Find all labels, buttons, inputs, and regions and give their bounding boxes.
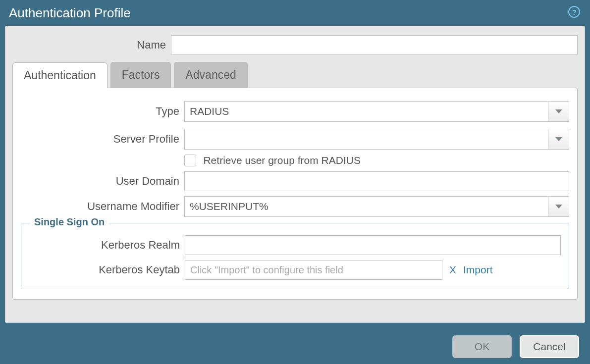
kerberos-keytab-placeholder: Click "Import" to configure this field: [190, 264, 343, 276]
kerberos-realm-label: Kerberos Realm: [29, 239, 185, 252]
chevron-down-icon: [555, 137, 562, 141]
kerberos-keytab-label: Kerberos Keytab: [29, 263, 185, 276]
ok-button[interactable]: OK: [452, 335, 512, 358]
name-input[interactable]: [171, 35, 578, 55]
tab-factors[interactable]: Factors: [110, 62, 171, 88]
type-label: Type: [21, 105, 184, 118]
name-label: Name: [12, 39, 171, 52]
dialog-window: Authentication Profile ? Name Authentica…: [0, 0, 590, 364]
dialog-body: Name Authentication Factors Advanced Typ…: [5, 26, 585, 323]
dialog-footer: OK Cancel: [0, 329, 590, 364]
help-icon[interactable]: ?: [568, 6, 580, 18]
kerberos-realm-input[interactable]: [185, 235, 561, 255]
kerberos-keytab-input[interactable]: Click "Import" to configure this field: [185, 260, 442, 280]
user-domain-row: User Domain: [21, 171, 569, 191]
server-profile-label: Server Profile: [21, 133, 184, 146]
dialog-title: Authentication Profile: [9, 5, 131, 21]
tab-panel-authentication: Type RADIUS Server Profile: [12, 88, 578, 300]
kerberos-keytab-row: Kerberos Keytab Click "Import" to config…: [29, 260, 561, 280]
type-value: RADIUS: [185, 105, 548, 117]
kerberos-keytab-import-link[interactable]: Import: [463, 264, 493, 276]
kerberos-realm-row: Kerberos Realm: [29, 235, 561, 255]
retrieve-group-label: Retrieve user group from RADIUS: [203, 155, 360, 166]
sso-fieldset: Single Sign On Kerberos Realm Kerberos K…: [21, 223, 569, 289]
username-modifier-dropdown[interactable]: %USERINPUT%: [184, 196, 569, 217]
cancel-button[interactable]: Cancel: [520, 335, 579, 358]
type-row: Type RADIUS: [21, 101, 569, 122]
retrieve-group-checkbox[interactable]: [184, 155, 196, 166]
tab-strip: Authentication Factors Advanced: [12, 62, 578, 88]
sso-legend: Single Sign On: [30, 216, 108, 228]
server-profile-row: Server Profile: [21, 129, 569, 150]
type-dropdown-button[interactable]: [548, 102, 569, 121]
retrieve-group-row: Retrieve user group from RADIUS: [21, 155, 569, 166]
server-profile-dropdown-button[interactable]: [548, 129, 569, 149]
tab-advanced[interactable]: Advanced: [174, 62, 247, 88]
username-modifier-dropdown-button[interactable]: [548, 197, 569, 216]
user-domain-label: User Domain: [21, 175, 184, 188]
chevron-down-icon: [555, 205, 562, 208]
username-modifier-value: %USERINPUT%: [185, 201, 548, 212]
type-dropdown[interactable]: RADIUS: [184, 101, 569, 122]
chevron-down-icon: [555, 109, 562, 113]
titlebar: Authentication Profile ?: [0, 0, 590, 26]
server-profile-dropdown[interactable]: [184, 129, 569, 150]
tab-authentication[interactable]: Authentication: [12, 62, 107, 88]
username-modifier-row: Username Modifier %USERINPUT%: [21, 196, 569, 217]
kerberos-keytab-clear[interactable]: X: [449, 264, 456, 276]
username-modifier-label: Username Modifier: [21, 200, 184, 213]
user-domain-input[interactable]: [184, 171, 569, 191]
name-row: Name: [12, 35, 578, 55]
